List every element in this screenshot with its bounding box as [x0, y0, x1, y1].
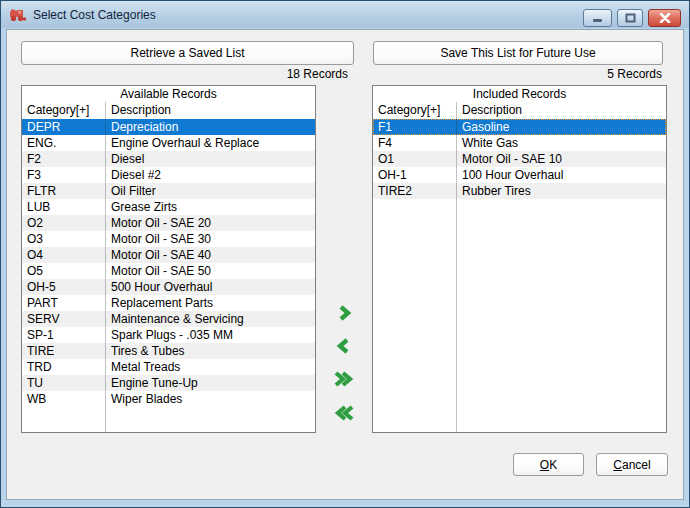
description-cell: Rubber Tires — [456, 183, 666, 199]
save-list-button[interactable]: Save This List for Future Use — [373, 41, 663, 65]
table-row[interactable]: O1Motor Oil - SAE 10 — [373, 151, 666, 167]
double-chevron-right-icon — [333, 371, 355, 387]
category-cell: TRD — [22, 359, 105, 375]
available-column-headers: Category[+] Description — [22, 102, 315, 119]
category-cell: TIRE — [22, 343, 105, 359]
category-cell: F3 — [22, 167, 105, 183]
move-all-left-button[interactable] — [332, 405, 356, 421]
minimize-button[interactable] — [583, 9, 612, 27]
table-row[interactable]: O4Motor Oil - SAE 40 — [22, 247, 315, 263]
description-cell: Diesel — [105, 151, 315, 167]
table-row[interactable]: F4White Gas — [373, 135, 666, 151]
minimize-icon — [592, 14, 603, 23]
category-cell: O1 — [373, 151, 456, 167]
description-cell: Wiper Blades — [105, 391, 315, 407]
table-row[interactable]: F2Diesel — [22, 151, 315, 167]
app-icon — [9, 7, 27, 23]
description-cell: Gasoline — [456, 119, 666, 135]
description-cell: Motor Oil - SAE 40 — [105, 247, 315, 263]
category-cell: SERV — [22, 311, 105, 327]
move-all-right-button[interactable] — [332, 371, 356, 387]
description-cell: Motor Oil - SAE 50 — [105, 263, 315, 279]
category-cell: O4 — [22, 247, 105, 263]
table-row[interactable]: SERVMaintenance & Servicing — [22, 311, 315, 327]
category-cell: PART — [22, 295, 105, 311]
description-cell: Replacement Parts — [105, 295, 315, 311]
table-row[interactable]: OH-1100 Hour Overhaul — [373, 167, 666, 183]
category-cell: F4 — [373, 135, 456, 151]
category-cell: SP-1 — [22, 327, 105, 343]
table-row[interactable]: WBWiper Blades — [22, 391, 315, 407]
category-cell: O5 — [22, 263, 105, 279]
category-cell: FLTR — [22, 183, 105, 199]
maximize-icon — [625, 13, 636, 23]
table-row[interactable]: F3Diesel #2 — [22, 167, 315, 183]
included-count-label: 5 Records — [373, 67, 662, 82]
description-cell: Oil Filter — [105, 183, 315, 199]
dialog-window: Select Cost Categories Retrieve a Saved … — [0, 0, 690, 508]
ok-button[interactable]: OK — [513, 453, 584, 476]
table-row[interactable]: FLTROil Filter — [22, 183, 315, 199]
table-row[interactable]: PARTReplacement Parts — [22, 295, 315, 311]
category-cell: TU — [22, 375, 105, 391]
table-row[interactable]: LUBGrease Zirts — [22, 199, 315, 215]
description-cell: Engine Overhaul & Replace — [105, 135, 315, 151]
description-cell: 100 Hour Overhaul — [456, 167, 666, 183]
column-header-description[interactable]: Description — [105, 102, 315, 119]
chevron-right-icon — [333, 305, 355, 321]
window-title: Select Cost Categories — [33, 8, 156, 22]
chevron-left-icon — [333, 338, 355, 354]
category-cell: O2 — [22, 215, 105, 231]
table-row[interactable]: ENG.Engine Overhaul & Replace — [22, 135, 315, 151]
category-cell: DEPR — [22, 119, 105, 135]
maximize-button[interactable] — [617, 9, 643, 27]
category-cell: ENG. — [22, 135, 105, 151]
table-row[interactable]: TIRETires & Tubes — [22, 343, 315, 359]
available-list-title: Available Records — [22, 86, 315, 102]
table-row[interactable]: O2Motor Oil - SAE 20 — [22, 215, 315, 231]
table-row[interactable]: TUEngine Tune-Up — [22, 375, 315, 391]
close-button[interactable] — [648, 9, 681, 27]
available-rows: DEPRDepreciationENG.Engine Overhaul & Re… — [22, 119, 315, 407]
column-header-category[interactable]: Category[+] — [22, 102, 105, 119]
table-row[interactable]: OH-5500 Hour Overhaul — [22, 279, 315, 295]
column-header-description[interactable]: Description — [456, 102, 666, 119]
description-cell: Motor Oil - SAE 10 — [456, 151, 666, 167]
close-icon — [659, 13, 671, 23]
category-cell: OH-5 — [22, 279, 105, 295]
table-row[interactable]: SP-1Spark Plugs - .035 MM — [22, 327, 315, 343]
included-list-title: Included Records — [373, 86, 666, 102]
included-column-headers: Category[+] Description — [373, 102, 666, 119]
description-cell: Diesel #2 — [105, 167, 315, 183]
table-row[interactable]: TIRE2Rubber Tires — [373, 183, 666, 199]
table-row[interactable]: DEPRDepreciation — [22, 119, 315, 135]
included-records-list: Included Records Category[+] Description… — [372, 85, 667, 433]
move-right-button[interactable] — [332, 305, 356, 321]
category-cell: F1 — [373, 119, 456, 135]
description-cell: Spark Plugs - .035 MM — [105, 327, 315, 343]
description-cell: Depreciation — [105, 119, 315, 135]
category-cell: WB — [22, 391, 105, 407]
available-count-label: 18 Records — [21, 67, 348, 82]
column-header-category[interactable]: Category[+] — [373, 102, 456, 119]
category-cell: TIRE2 — [373, 183, 456, 199]
move-left-button[interactable] — [332, 338, 356, 354]
description-cell: Metal Treads — [105, 359, 315, 375]
cancel-button[interactable]: Cancel — [596, 453, 668, 476]
description-cell: Engine Tune-Up — [105, 375, 315, 391]
table-row[interactable]: O3Motor Oil - SAE 30 — [22, 231, 315, 247]
table-row[interactable]: F1Gasoline — [373, 119, 666, 135]
description-cell: 500 Hour Overhaul — [105, 279, 315, 295]
included-rows: F1GasolineF4White GasO1Motor Oil - SAE 1… — [373, 119, 666, 199]
column-divider — [456, 102, 457, 432]
retrieve-saved-list-button[interactable]: Retrieve a Saved List — [21, 41, 354, 65]
double-chevron-left-icon — [333, 405, 355, 421]
description-cell: Maintenance & Servicing — [105, 311, 315, 327]
table-row[interactable]: TRDMetal Treads — [22, 359, 315, 375]
available-records-list: Available Records Category[+] Descriptio… — [21, 85, 316, 433]
description-cell: White Gas — [456, 135, 666, 151]
category-cell: O3 — [22, 231, 105, 247]
table-row[interactable]: O5Motor Oil - SAE 50 — [22, 263, 315, 279]
window-controls — [583, 9, 681, 27]
title-bar[interactable]: Select Cost Categories — [1, 1, 689, 28]
